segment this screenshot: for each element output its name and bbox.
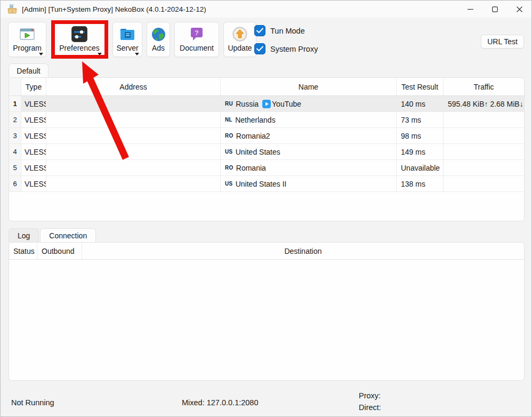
row-traffic: [444, 128, 524, 143]
toolbar-toggles: Tun Mode System Proxy: [254, 25, 318, 54]
document-button[interactable]: ? Document: [174, 22, 219, 57]
flag-ru: RU: [225, 101, 233, 107]
server-name: United States: [236, 148, 280, 156]
program-button-label: Program: [13, 44, 42, 52]
close-button[interactable]: [507, 1, 531, 18]
program-dropdown-caret-icon: [39, 53, 43, 55]
row-number: 5: [9, 160, 21, 175]
youtube-label: YouTube: [272, 100, 301, 108]
header-address: Address: [46, 78, 221, 95]
server-table-header: Type Address Name Test Result Traffic: [9, 78, 524, 96]
tun-mode-label: Tun Mode: [270, 27, 305, 35]
row-type: VLESS: [21, 176, 46, 191]
nekobox-cat-icon: [7, 4, 18, 14]
tab-connection[interactable]: Connection: [40, 228, 96, 242]
title-bar: [Admin] [Tun+System Proxy] NekoBox (4.0.…: [1, 1, 531, 18]
row-address: [46, 128, 221, 143]
row-test-result: 140 ms: [397, 96, 444, 111]
server-row-romania[interactable]: 5 VLESS RO Romania Unavailable: [9, 160, 524, 176]
server-row-russia-youtube[interactable]: 1 VLESS RU Russia YouTube 140 ms 595.48 …: [9, 96, 524, 112]
row-address: [46, 144, 221, 159]
status-bar: Not Running Mixed: 127.0.0.1:2080 Proxy:…: [1, 384, 531, 416]
server-dropdown-caret-icon: [135, 53, 139, 55]
row-type: VLESS: [21, 112, 46, 127]
header-test-result: Test Result: [397, 78, 444, 95]
server-row-netherlands[interactable]: 2 VLESS NL Netherlands 73 ms: [9, 112, 524, 128]
row-number: 2: [9, 112, 21, 127]
row-test-result: 98 ms: [397, 128, 444, 143]
row-address: [46, 96, 221, 111]
row-type: VLESS: [21, 96, 46, 111]
update-arrow-icon: [232, 26, 247, 43]
preferences-button-label: Preferences: [59, 44, 99, 52]
server-row-romania2[interactable]: 3 VLESS RO Romania2 98 ms: [9, 128, 524, 144]
row-traffic: [444, 176, 524, 191]
row-name: NL Netherlands: [221, 112, 397, 127]
flag-ro: RO: [225, 165, 233, 171]
mixed-port-text: Mixed: 127.0.0.1:2080: [182, 398, 259, 407]
row-address: [46, 176, 221, 191]
row-traffic: [444, 160, 524, 175]
system-proxy-label: System Proxy: [270, 45, 318, 53]
update-button-label: Update: [228, 44, 252, 52]
system-proxy-toggle[interactable]: System Proxy: [254, 43, 318, 54]
server-name: Russia: [236, 100, 259, 108]
maximize-button[interactable]: [482, 1, 507, 18]
row-name: US United States II: [221, 176, 397, 191]
nekobox-window: [Admin] [Tun+System Proxy] NekoBox (4.0.…: [0, 0, 532, 417]
row-test-result: Unavailable: [397, 160, 444, 175]
toolbar: Program Preferences: [8, 22, 256, 57]
flag-us: US: [225, 181, 233, 187]
server-row-united-states-ii[interactable]: 6 VLESS US United States II 138 ms: [9, 176, 524, 192]
bottom-tabs: Log Connection: [9, 228, 96, 242]
window-title: [Admin] [Tun+System Proxy] NekoBox (4.0.…: [22, 5, 206, 13]
header-type: Type: [21, 78, 46, 95]
header-name: Name: [221, 78, 397, 95]
header-destination: Destination: [82, 243, 524, 259]
preferences-dropdown-caret-icon: [98, 53, 102, 55]
group-tab-default[interactable]: Default: [9, 63, 49, 77]
close-icon: [517, 6, 522, 12]
proxy-label: Proxy:: [359, 391, 381, 400]
server-row-united-states[interactable]: 4 VLESS US United States 149 ms: [9, 144, 524, 160]
server-name: Netherlands: [235, 116, 276, 124]
update-button[interactable]: Update: [223, 22, 256, 57]
tab-log[interactable]: Log: [9, 228, 39, 242]
header-rownum: [9, 78, 21, 95]
globe-icon: [151, 26, 166, 43]
url-test-button[interactable]: URL Test: [481, 35, 524, 49]
minimize-icon: [467, 6, 473, 12]
row-test-result: 149 ms: [397, 144, 444, 159]
system-proxy-checkbox-icon: [254, 43, 265, 54]
document-button-label: Document: [180, 44, 214, 52]
row-test-result: 138 ms: [397, 176, 444, 191]
ads-button[interactable]: Ads: [147, 22, 170, 57]
row-address: [46, 160, 221, 175]
row-address: [46, 112, 221, 127]
row-name: RU Russia YouTube: [221, 96, 397, 111]
program-window-icon: [19, 26, 35, 43]
row-name: US United States: [221, 144, 397, 159]
header-outbound: Outbound: [37, 243, 82, 259]
maximize-icon: [492, 6, 498, 12]
minimize-button[interactable]: [458, 1, 482, 18]
row-test-result: 73 ms: [397, 112, 444, 127]
preferences-button[interactable]: Preferences: [54, 22, 105, 57]
server-name: United States II: [236, 180, 287, 188]
svg-text:?: ?: [195, 29, 199, 37]
row-number: 6: [9, 176, 21, 191]
direct-label: Direct:: [359, 403, 381, 412]
youtube-icon: [262, 100, 271, 108]
row-name: RO Romania2: [221, 128, 397, 143]
row-number: 3: [9, 128, 21, 143]
row-traffic: 595.48 KiB↑ 2.68 MiB↓: [444, 96, 524, 111]
tun-mode-toggle[interactable]: Tun Mode: [254, 25, 318, 36]
row-number: 4: [9, 144, 21, 159]
program-button[interactable]: Program: [8, 22, 46, 57]
server-table: Type Address Name Test Result Traffic 1 …: [9, 77, 525, 221]
server-button[interactable]: Server: [112, 22, 142, 57]
folder-icon: [119, 26, 135, 43]
header-status: Status: [9, 243, 37, 259]
flag-ro: RO: [225, 133, 233, 139]
server-name: Romania2: [236, 132, 270, 140]
